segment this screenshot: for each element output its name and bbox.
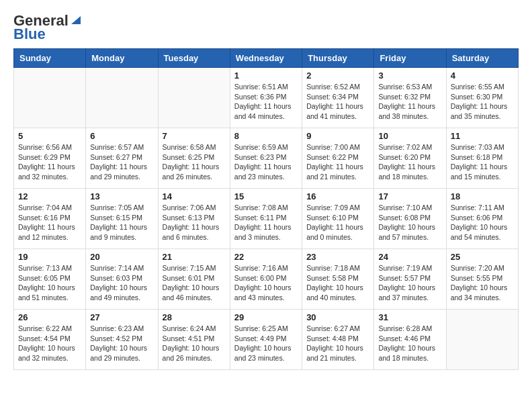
day-number: 23 [306,252,369,262]
column-header-friday: Friday [374,49,446,68]
day-number: 18 [451,191,514,201]
day-info: Sunrise: 6:28 AM Sunset: 4:46 PM Dayligh… [378,324,441,363]
day-info: Sunrise: 6:59 AM Sunset: 6:23 PM Dayligh… [234,142,298,182]
day-info: Sunrise: 7:19 AM Sunset: 5:57 PM Dayligh… [378,263,441,303]
day-number: 29 [234,312,298,322]
day-info: Sunrise: 7:04 AM Sunset: 6:16 PM Dayligh… [18,203,81,242]
calendar-cell: 9Sunrise: 7:00 AM Sunset: 6:22 PM Daylig… [302,128,374,189]
logo-triangle-icon [70,13,82,26]
day-info: Sunrise: 6:52 AM Sunset: 6:34 PM Dayligh… [306,82,369,122]
day-number: 24 [378,252,441,262]
day-info: Sunrise: 7:13 AM Sunset: 6:05 PM Dayligh… [18,263,81,303]
day-info: Sunrise: 7:06 AM Sunset: 6:13 PM Dayligh… [163,203,226,242]
day-number: 31 [378,312,441,322]
day-number: 30 [306,312,369,322]
calendar-cell: 8Sunrise: 6:59 AM Sunset: 6:23 PM Daylig… [230,128,302,189]
calendar-cell: 31Sunrise: 6:28 AM Sunset: 4:46 PM Dayli… [374,310,446,370]
calendar-cell: 29Sunrise: 6:25 AM Sunset: 4:49 PM Dayli… [230,310,302,370]
day-number: 22 [234,252,298,262]
logo-blue: Blue [13,27,46,42]
day-info: Sunrise: 7:14 AM Sunset: 6:03 PM Dayligh… [90,263,153,303]
day-info: Sunrise: 7:18 AM Sunset: 5:58 PM Dayligh… [306,263,369,303]
calendar-cell: 23Sunrise: 7:18 AM Sunset: 5:58 PM Dayli… [302,249,374,310]
calendar-cell: 2Sunrise: 6:52 AM Sunset: 6:34 PM Daylig… [302,68,374,128]
day-info: Sunrise: 6:25 AM Sunset: 4:49 PM Dayligh… [234,324,298,363]
day-info: Sunrise: 7:08 AM Sunset: 6:11 PM Dayligh… [234,203,298,242]
day-number: 11 [451,131,514,141]
calendar-cell: 14Sunrise: 7:06 AM Sunset: 6:13 PM Dayli… [158,189,230,249]
day-info: Sunrise: 6:57 AM Sunset: 6:27 PM Dayligh… [90,142,153,182]
day-info: Sunrise: 7:02 AM Sunset: 6:20 PM Dayligh… [378,142,441,182]
calendar-header-row: SundayMondayTuesdayWednesdayThursdayFrid… [14,49,519,68]
day-info: Sunrise: 6:53 AM Sunset: 6:32 PM Dayligh… [378,82,441,122]
day-info: Sunrise: 7:20 AM Sunset: 5:55 PM Dayligh… [451,263,514,303]
day-number: 3 [378,71,441,81]
calendar-cell: 30Sunrise: 6:27 AM Sunset: 4:48 PM Dayli… [302,310,374,370]
calendar-cell: 13Sunrise: 7:05 AM Sunset: 6:15 PM Dayli… [86,189,158,249]
day-info: Sunrise: 7:16 AM Sunset: 6:00 PM Dayligh… [234,263,298,303]
calendar-cell [446,310,518,370]
column-header-thursday: Thursday [302,49,374,68]
calendar-week-5: 26Sunrise: 6:22 AM Sunset: 4:54 PM Dayli… [14,310,519,370]
calendar-week-1: 1Sunrise: 6:51 AM Sunset: 6:36 PM Daylig… [14,68,519,128]
day-info: Sunrise: 6:23 AM Sunset: 4:52 PM Dayligh… [90,324,153,363]
day-number: 6 [90,131,153,141]
calendar-cell: 24Sunrise: 7:19 AM Sunset: 5:57 PM Dayli… [374,249,446,310]
day-number: 1 [234,71,298,81]
day-info: Sunrise: 7:05 AM Sunset: 6:15 PM Dayligh… [90,203,153,242]
calendar-cell: 25Sunrise: 7:20 AM Sunset: 5:55 PM Dayli… [446,249,518,310]
page-header: General Blue [13,13,519,42]
calendar-cell: 28Sunrise: 6:24 AM Sunset: 4:51 PM Dayli… [158,310,230,370]
day-number: 5 [18,131,81,141]
day-number: 7 [163,131,226,141]
day-info: Sunrise: 7:11 AM Sunset: 6:06 PM Dayligh… [451,203,514,242]
day-number: 20 [90,252,153,262]
day-info: Sunrise: 7:15 AM Sunset: 6:01 PM Dayligh… [163,263,226,303]
day-number: 15 [234,191,298,201]
column-header-monday: Monday [86,49,158,68]
day-info: Sunrise: 6:22 AM Sunset: 4:54 PM Dayligh… [18,324,81,363]
calendar-cell [86,68,158,128]
day-info: Sunrise: 6:27 AM Sunset: 4:48 PM Dayligh… [306,324,369,363]
calendar-cell: 19Sunrise: 7:13 AM Sunset: 6:05 PM Dayli… [14,249,86,310]
calendar-week-2: 5Sunrise: 6:56 AM Sunset: 6:29 PM Daylig… [14,128,519,189]
calendar-week-4: 19Sunrise: 7:13 AM Sunset: 6:05 PM Dayli… [14,249,519,310]
column-header-sunday: Sunday [14,49,86,68]
day-number: 12 [18,191,81,201]
day-number: 25 [451,252,514,262]
day-number: 9 [306,131,369,141]
calendar-cell: 15Sunrise: 7:08 AM Sunset: 6:11 PM Dayli… [230,189,302,249]
day-number: 8 [234,131,298,141]
day-number: 27 [90,312,153,322]
calendar-cell: 12Sunrise: 7:04 AM Sunset: 6:16 PM Dayli… [14,189,86,249]
day-info: Sunrise: 6:51 AM Sunset: 6:36 PM Dayligh… [234,82,298,122]
day-number: 4 [451,71,514,81]
calendar-cell: 3Sunrise: 6:53 AM Sunset: 6:32 PM Daylig… [374,68,446,128]
logo: General Blue [13,13,82,42]
calendar-cell: 1Sunrise: 6:51 AM Sunset: 6:36 PM Daylig… [230,68,302,128]
day-number: 10 [378,131,441,141]
calendar-cell: 4Sunrise: 6:55 AM Sunset: 6:30 PM Daylig… [446,68,518,128]
calendar-cell [158,68,230,128]
calendar-cell: 6Sunrise: 6:57 AM Sunset: 6:27 PM Daylig… [86,128,158,189]
day-number: 19 [18,252,81,262]
calendar-cell: 18Sunrise: 7:11 AM Sunset: 6:06 PM Dayli… [446,189,518,249]
column-header-tuesday: Tuesday [158,49,230,68]
day-number: 21 [163,252,226,262]
calendar-cell: 10Sunrise: 7:02 AM Sunset: 6:20 PM Dayli… [374,128,446,189]
day-info: Sunrise: 6:56 AM Sunset: 6:29 PM Dayligh… [18,142,81,182]
calendar-cell: 22Sunrise: 7:16 AM Sunset: 6:00 PM Dayli… [230,249,302,310]
day-number: 17 [378,191,441,201]
calendar-cell: 7Sunrise: 6:58 AM Sunset: 6:25 PM Daylig… [158,128,230,189]
day-info: Sunrise: 7:09 AM Sunset: 6:10 PM Dayligh… [306,203,369,242]
day-info: Sunrise: 6:24 AM Sunset: 4:51 PM Dayligh… [163,324,226,363]
day-number: 28 [163,312,226,322]
calendar-cell: 16Sunrise: 7:09 AM Sunset: 6:10 PM Dayli… [302,189,374,249]
calendar-cell: 21Sunrise: 7:15 AM Sunset: 6:01 PM Dayli… [158,249,230,310]
calendar-table: SundayMondayTuesdayWednesdayThursdayFrid… [13,48,519,370]
day-number: 13 [90,191,153,201]
calendar-cell: 26Sunrise: 6:22 AM Sunset: 4:54 PM Dayli… [14,310,86,370]
day-number: 14 [163,191,226,201]
calendar-cell: 11Sunrise: 7:03 AM Sunset: 6:18 PM Dayli… [446,128,518,189]
calendar-cell: 27Sunrise: 6:23 AM Sunset: 4:52 PM Dayli… [86,310,158,370]
